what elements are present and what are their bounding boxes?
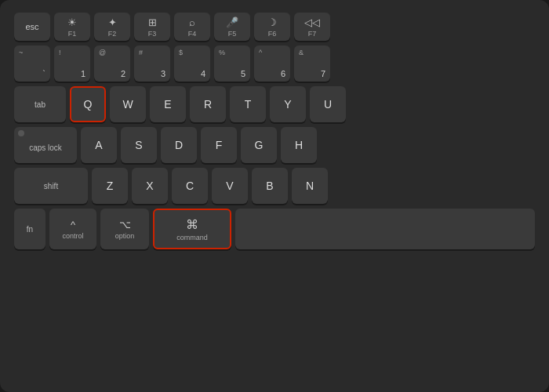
a-label: A	[95, 139, 102, 151]
key-capslock[interactable]: caps lock	[14, 127, 77, 163]
key-d[interactable]: D	[161, 127, 197, 163]
key-f[interactable]: F	[201, 127, 237, 163]
key-6-bottom: 6	[281, 69, 285, 78]
backtick-top: ~	[19, 49, 23, 56]
num-row: ~ ` ! 1 @ 2 # 3 $ 4 % 5 ^ 6 & 7	[14, 45, 535, 82]
key-4-bottom: 4	[201, 69, 205, 78]
key-2-top: @	[99, 49, 106, 56]
key-e[interactable]: E	[150, 86, 186, 122]
key-2[interactable]: @ 2	[94, 45, 130, 82]
key-command[interactable]: ⌘ command	[153, 209, 231, 249]
key-s[interactable]: S	[121, 127, 157, 163]
f7-icon: ◁◁	[304, 16, 320, 28]
b-label: B	[266, 180, 273, 192]
key-2-bottom: 2	[121, 69, 125, 78]
z-label: Z	[107, 180, 114, 192]
shift-label: shift	[44, 182, 58, 191]
x-label: X	[146, 180, 153, 192]
caps-row: caps lock A S D F G H	[14, 127, 535, 163]
key-f3[interactable]: ⊞ F3	[134, 13, 170, 41]
f1-label: F1	[68, 30, 77, 38]
key-7-top: &	[299, 49, 304, 56]
n-label: N	[306, 180, 314, 192]
f6-label: F6	[268, 30, 277, 38]
key-4-top: $	[179, 49, 183, 56]
shift-row: shift Z X C V B N	[14, 168, 535, 204]
key-f2[interactable]: ✦ F2	[94, 13, 130, 41]
key-w[interactable]: W	[110, 86, 146, 122]
key-esc[interactable]: esc	[14, 13, 50, 41]
key-7[interactable]: & 7	[294, 45, 330, 82]
key-1-top: !	[59, 49, 61, 56]
h-label: H	[295, 139, 303, 151]
s-label: S	[135, 139, 142, 151]
t-label: T	[245, 98, 252, 111]
tab-row: tab Q W E R T Y U	[14, 86, 535, 122]
q-label: Q	[84, 98, 93, 111]
fn-row: esc ☀ F1 ✦ F2 ⊞ F3 ⌕ F4 🎤 F5 ☽ F6 ◁◁ F7	[14, 13, 535, 41]
key-backtick[interactable]: ~ `	[14, 45, 50, 82]
key-n[interactable]: N	[292, 168, 328, 204]
option-label: option	[115, 232, 135, 240]
command-symbol-icon: ⌘	[186, 217, 198, 232]
key-a[interactable]: A	[81, 127, 117, 163]
key-b[interactable]: B	[252, 168, 288, 204]
u-label: U	[324, 98, 332, 111]
key-f7[interactable]: ◁◁ F7	[294, 13, 330, 41]
key-g[interactable]: G	[241, 127, 277, 163]
key-5-top: %	[219, 49, 225, 56]
key-fn[interactable]: fn	[14, 209, 45, 249]
w-label: W	[122, 98, 133, 111]
d-label: D	[175, 139, 183, 151]
key-f6[interactable]: ☽ F6	[254, 13, 290, 41]
control-label: control	[62, 232, 83, 240]
key-h[interactable]: H	[281, 127, 317, 163]
key-z[interactable]: Z	[92, 168, 128, 204]
tab-label: tab	[35, 100, 45, 109]
c-label: C	[186, 180, 194, 192]
key-q[interactable]: Q	[70, 86, 106, 122]
key-7-bottom: 7	[321, 69, 325, 78]
v-label: V	[226, 180, 233, 192]
key-4[interactable]: $ 4	[174, 45, 210, 82]
f3-icon: ⊞	[148, 16, 157, 28]
e-label: E	[164, 98, 171, 111]
key-5[interactable]: % 5	[214, 45, 250, 82]
capslock-label: caps lock	[29, 143, 62, 152]
key-3-top: #	[139, 49, 143, 56]
key-c[interactable]: C	[172, 168, 208, 204]
key-r[interactable]: R	[190, 86, 226, 122]
key-f4[interactable]: ⌕ F4	[174, 13, 210, 41]
key-1[interactable]: ! 1	[54, 45, 90, 82]
r-label: R	[204, 98, 212, 111]
key-t[interactable]: T	[230, 86, 266, 122]
esc-label: esc	[25, 22, 38, 31]
f5-icon: 🎤	[226, 16, 238, 28]
f5-label: F5	[228, 30, 237, 38]
key-y[interactable]: Y	[270, 86, 306, 122]
key-x[interactable]: X	[132, 168, 168, 204]
key-shift-left[interactable]: shift	[14, 168, 88, 204]
key-6[interactable]: ^ 6	[254, 45, 290, 82]
capslock-indicator	[18, 130, 24, 136]
keyboard: esc ☀ F1 ✦ F2 ⊞ F3 ⌕ F4 🎤 F5 ☽ F6 ◁◁ F7	[0, 0, 549, 392]
f4-icon: ⌕	[189, 16, 195, 28]
key-v[interactable]: V	[212, 168, 248, 204]
key-u[interactable]: U	[310, 86, 346, 122]
f2-icon: ✦	[108, 16, 117, 28]
key-1-bottom: 1	[81, 69, 85, 78]
command-label: command	[176, 234, 208, 241]
key-3[interactable]: # 3	[134, 45, 170, 82]
f7-label: F7	[308, 30, 317, 38]
key-space[interactable]	[235, 209, 535, 249]
f1-icon: ☀	[67, 16, 77, 28]
key-control[interactable]: ^ control	[49, 209, 96, 249]
key-f5[interactable]: 🎤 F5	[214, 13, 250, 41]
option-symbol-icon: ⌥	[119, 219, 131, 230]
key-option[interactable]: ⌥ option	[100, 209, 149, 249]
f6-icon: ☽	[267, 16, 277, 28]
f4-label: F4	[188, 30, 197, 38]
key-f1[interactable]: ☀ F1	[54, 13, 90, 41]
f-label: F	[216, 139, 223, 151]
key-tab[interactable]: tab	[14, 86, 66, 122]
